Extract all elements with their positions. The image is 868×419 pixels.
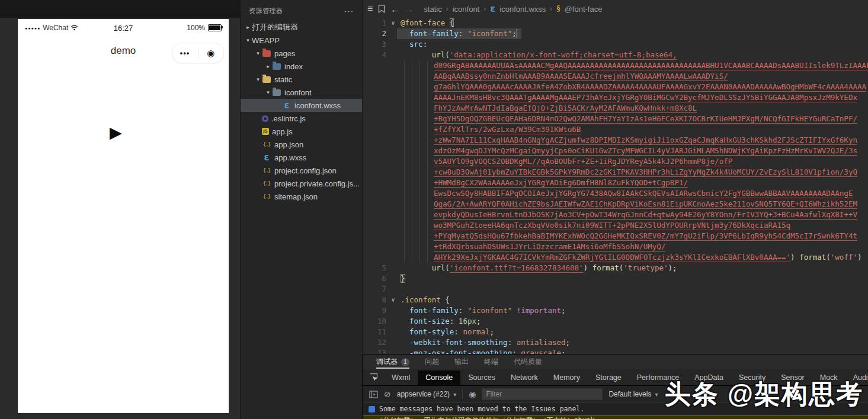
fold-gutter bbox=[389, 188, 397, 199]
breadcrumb-symbol[interactable]: @font-face bbox=[565, 5, 603, 14]
code-text: d09GRgABAAAAAAUUAAsAAAAACMgAAQAAAAAAAAAA… bbox=[397, 60, 868, 71]
tree-item-label: project.private.config.js... bbox=[274, 179, 360, 188]
tree-item-sitemap.json[interactable]: {..}sitemap.json bbox=[241, 190, 362, 203]
panel-tab-代码质量[interactable]: 代码质量 bbox=[514, 354, 542, 369]
console-warning-row: ▲ （分包加载）：因为主包代码文件依赖与（分包加载）（不支持）chunk bbox=[363, 415, 868, 419]
code-line[interactable]: 6} bbox=[363, 273, 868, 284]
code-line[interactable]: 12 -webkit-font-smoothing: antialiased; bbox=[363, 337, 868, 348]
tree-item-WEAPP[interactable]: ▾WEAPP bbox=[241, 34, 362, 47]
code-line[interactable]: evpkdyQDusIeH8rvnLtnDJbOSK7jAo3CV+pOwT34… bbox=[363, 210, 868, 220]
battery-percent-label: 100% bbox=[187, 24, 205, 32]
capsule-button[interactable]: ••• ◉ bbox=[172, 43, 224, 63]
simulator-toolbar-strip bbox=[0, 0, 240, 18]
tree-item-iconfont[interactable]: ▾iconfont bbox=[241, 86, 362, 99]
devtools-tab-network[interactable]: Network bbox=[503, 370, 546, 385]
breadcrumb-static[interactable]: static bbox=[424, 5, 441, 14]
devtools-tab-wxml[interactable]: Wxml bbox=[384, 370, 418, 385]
tree-item-project.config.json[interactable]: {..}project.config.json bbox=[241, 164, 362, 177]
tree-item-index[interactable]: ▸index bbox=[241, 60, 362, 73]
fold-gutter bbox=[389, 50, 397, 60]
code-area[interactable]: 1∨@font-face {2 font-family: "iconfont";… bbox=[363, 18, 868, 354]
code-line[interactable]: 1∨@font-face { bbox=[363, 18, 868, 28]
atrule-symbol-icon: § bbox=[556, 5, 560, 13]
code-line[interactable]: FhYJzAwMrAwNTJdIaBgaEfQjO+ZjBi5ACKrAyM2A… bbox=[363, 103, 868, 114]
code-line[interactable]: g7aGhlYQAAA0gAAAAcAAAAJAfeA4ZobXR4AAAADZ… bbox=[363, 82, 868, 92]
code-line[interactable]: 3 src: bbox=[363, 39, 868, 50]
tree-item-static[interactable]: ▾static bbox=[241, 73, 362, 86]
code-line[interactable]: +HWMdBgCX2WAaAAAAeJxjYGRgYADiEg6DmfH8Nl8… bbox=[363, 178, 868, 188]
breadcrumb-bar: ≡ ← → static › iconfont › Ɛ iconfont.wxs… bbox=[363, 0, 868, 18]
code-line[interactable]: +PYqMyatQ5dsHQu67fbkehBaBIMYKExhWOcQ2GGH… bbox=[363, 231, 868, 241]
line-number bbox=[363, 231, 389, 241]
devtools-tab-sources[interactable]: Sources bbox=[460, 370, 503, 385]
tree-item-app.json[interactable]: {..}app.json bbox=[241, 138, 362, 151]
panel-tab-终端[interactable]: 终端 bbox=[484, 354, 498, 369]
log-levels-dropdown[interactable]: Default levels bbox=[608, 390, 658, 398]
tree-item-.eslintrc.js[interactable]: .eslintrc.js bbox=[241, 112, 362, 125]
breadcrumb[interactable]: static › iconfont › Ɛ iconfont.wxss › § … bbox=[424, 5, 602, 14]
bookmark-icon[interactable] bbox=[378, 5, 385, 13]
breadcrumb-file[interactable]: iconfont.wxss bbox=[499, 5, 546, 14]
code-line[interactable]: AHYk29XeJxjYGKAAC4G7ICVkYmRmZGFkZWRjYGtI… bbox=[363, 252, 868, 263]
code-line[interactable]: EwsDcwSQy8HABBIFAPqOCOIAeJxjYGRgYG7438AQ… bbox=[363, 188, 868, 199]
code-line[interactable]: 4 url('data:application/x-font-woff;char… bbox=[363, 50, 868, 60]
code-line[interactable]: +tRdXQrbsuahDSUWs1JYrLiDzzcramE1AMsi6oMf… bbox=[363, 241, 868, 252]
panel-tab-问题[interactable]: 问题 bbox=[425, 354, 439, 369]
breadcrumb-iconfont[interactable]: iconfont bbox=[453, 5, 480, 14]
panel-tab-输出[interactable]: 输出 bbox=[454, 354, 469, 369]
tree-item-app.js[interactable]: JSapp.js bbox=[241, 125, 362, 138]
code-line[interactable]: 7 bbox=[363, 284, 868, 295]
tree-item-pages[interactable]: ▾pages bbox=[241, 47, 362, 60]
tree-arrow-icon: ▸ bbox=[244, 24, 252, 30]
more-actions-icon[interactable]: ··· bbox=[344, 9, 354, 13]
tree-item-label: app.js bbox=[272, 127, 293, 136]
tree-item-project.private.config.js...[interactable]: {..}project.private.config.js... bbox=[241, 177, 362, 190]
code-line[interactable]: QgaG/2A+AwARYQF0AHichZE9bsJAEIWfwZAE1ChK… bbox=[363, 199, 868, 210]
devtools-tab-storage[interactable]: Storage bbox=[588, 370, 629, 385]
tree-item--[interactable]: ▸打开的编辑器 bbox=[241, 21, 362, 34]
code-line[interactable]: 5 url('iconfont.ttf?t=1668327834608') fo… bbox=[363, 263, 868, 273]
filter-input[interactable] bbox=[482, 388, 603, 400]
code-line[interactable]: +zWw7NA7IL11CxqHAAB4nGNgYgACZjumfwz8DPIM… bbox=[363, 135, 868, 146]
fold-gutter bbox=[389, 156, 397, 167]
json-file-icon: {..} bbox=[262, 166, 271, 175]
console-info-message: Some messages have been moved to the Iss… bbox=[379, 405, 584, 413]
code-line[interactable]: AABqAAABssy0nnZnbHlmAAAB9AAAASEAAAJcfree… bbox=[363, 71, 868, 82]
code-line[interactable]: 11 font-style: normal; bbox=[363, 327, 868, 337]
js-file-icon: JS bbox=[262, 128, 269, 135]
line-number bbox=[363, 82, 389, 92]
console-sidebar-icon[interactable] bbox=[369, 391, 378, 398]
devtools-tab-memory[interactable]: Memory bbox=[546, 370, 588, 385]
code-line[interactable]: AAAAJnEKM8sHBvc3QAAATgAAAAMgAAAEP73hAYeJ… bbox=[363, 92, 868, 103]
eye-icon[interactable]: ◉ bbox=[469, 389, 476, 399]
more-dots-icon[interactable]: ••• bbox=[172, 49, 198, 57]
close-target-icon[interactable]: ◉ bbox=[198, 48, 224, 59]
panel-tab-调试器[interactable]: 调试器1 bbox=[376, 354, 409, 369]
code-line[interactable]: 9 font-family: "iconfont" !important; bbox=[363, 305, 868, 316]
code-line[interactable]: xdzOzM4gwqDJYMcQzMCgaiQmyyjCps0oCiKU1GwZ… bbox=[363, 146, 868, 156]
inspect-element-icon[interactable] bbox=[369, 373, 378, 382]
tree-item-app.wxss[interactable]: Ɛapp.wxss bbox=[241, 151, 362, 164]
back-icon[interactable]: ← bbox=[390, 4, 399, 14]
fold-chevron-icon[interactable]: ∨ bbox=[389, 295, 397, 305]
phone-navbar: demo ••• ◉ bbox=[18, 37, 229, 67]
open-editors-icon[interactable]: ≡ bbox=[367, 4, 373, 14]
code-line[interactable]: 10 font-size: 16px; bbox=[363, 316, 868, 327]
code-line[interactable]: d09GRgABAAAAAAUUAAsAAAAACMgAAQAAAAAAAAAA… bbox=[363, 60, 868, 71]
clear-console-icon[interactable]: ⊘ bbox=[384, 389, 391, 399]
code-line[interactable]: v5AUYlO9gVOQCSZOBDKgML//qAoBOUbFr+ZE+1iR… bbox=[363, 156, 868, 167]
fold-gutter bbox=[389, 135, 397, 146]
code-line[interactable]: 13 -moz-osx-font-smoothing: grayscale; bbox=[363, 348, 868, 354]
tree-item-iconfont.wxss[interactable]: Ɛiconfont.wxss bbox=[241, 99, 362, 112]
code-line[interactable]: +cw8uD3OwAj01ybmZuYIBkEGBk5GPkY9RmDc2zGK… bbox=[363, 167, 868, 178]
code-line[interactable]: wo3MPGuhZtoeeHA6qnTczXbqVVo0sik7ni09WITT… bbox=[363, 220, 868, 231]
code-line[interactable]: +BgYH5DgOQZGBEUcQEAHa6DRN4nO2QwQ2AMAhFH7… bbox=[363, 114, 868, 124]
code-line[interactable]: 8∨.iconfont { bbox=[363, 295, 868, 305]
code-text: FhYJzAwMrAwNTJdIaBgaEfQjO+ZjBi5ACKrAyM2A… bbox=[397, 103, 868, 114]
fold-chevron-icon[interactable]: ∨ bbox=[389, 18, 397, 28]
code-line[interactable]: +fZfYXlTrs/2wGzLxa/W39Cm39IKWtu6B bbox=[363, 124, 868, 135]
devtools-tab-console[interactable]: Console bbox=[418, 370, 460, 385]
code-text: +HWMdBgCX2WAaAAAAeJxjYGRgYADiEg6DmfH8Nl8… bbox=[397, 178, 868, 188]
execution-context-dropdown[interactable]: appservice (#22) bbox=[397, 390, 456, 398]
code-line[interactable]: 2 font-family: "iconfont"; bbox=[363, 28, 868, 39]
